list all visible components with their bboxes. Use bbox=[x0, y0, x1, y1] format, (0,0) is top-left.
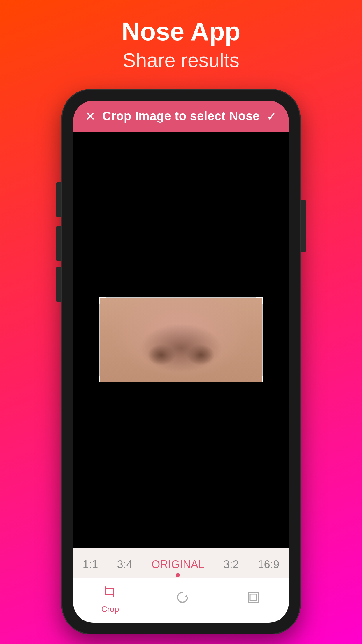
aspect-ratio-bar: 1:1 3:4 ORIGINAL 3:2 16:9 bbox=[73, 548, 289, 578]
close-icon[interactable]: ✕ bbox=[85, 109, 96, 124]
aspect-active-dot bbox=[176, 573, 180, 577]
expand-icon bbox=[246, 590, 261, 608]
aspect-3-2[interactable]: 3:2 bbox=[217, 556, 245, 573]
phone-screen: ✕ Crop Image to select Nose ✓ bbox=[73, 101, 289, 623]
svg-rect-3 bbox=[250, 594, 256, 601]
crop-region[interactable] bbox=[99, 298, 263, 382]
image-canvas bbox=[73, 132, 289, 548]
app-subtitle: Share results bbox=[122, 49, 240, 71]
bottom-toolbar: Crop bbox=[73, 578, 289, 623]
crop-label: Crop bbox=[101, 605, 119, 614]
aspect-3-4[interactable]: 3:4 bbox=[111, 556, 138, 573]
toolbar-rotate[interactable] bbox=[175, 590, 190, 608]
grid-overlay bbox=[100, 298, 262, 382]
app-title: Nose App bbox=[122, 18, 240, 46]
phone-shell: ✕ Crop Image to select Nose ✓ bbox=[61, 89, 301, 634]
nose-image bbox=[100, 298, 262, 382]
toolbar-crop[interactable]: Crop bbox=[101, 584, 119, 614]
toolbar-expand[interactable] bbox=[246, 590, 261, 608]
aspect-1-1[interactable]: 1:1 bbox=[77, 556, 104, 573]
aspect-original[interactable]: ORIGINAL bbox=[146, 556, 210, 573]
confirm-icon[interactable]: ✓ bbox=[266, 109, 277, 124]
aspect-16-9[interactable]: 16:9 bbox=[252, 556, 285, 573]
crop-icon bbox=[103, 584, 117, 602]
phone-mockup: ✕ Crop Image to select Nose ✓ bbox=[61, 89, 301, 634]
crop-header-title: Crop Image to select Nose bbox=[102, 109, 260, 123]
rotate-icon bbox=[175, 590, 190, 608]
crop-header: ✕ Crop Image to select Nose ✓ bbox=[73, 101, 289, 132]
